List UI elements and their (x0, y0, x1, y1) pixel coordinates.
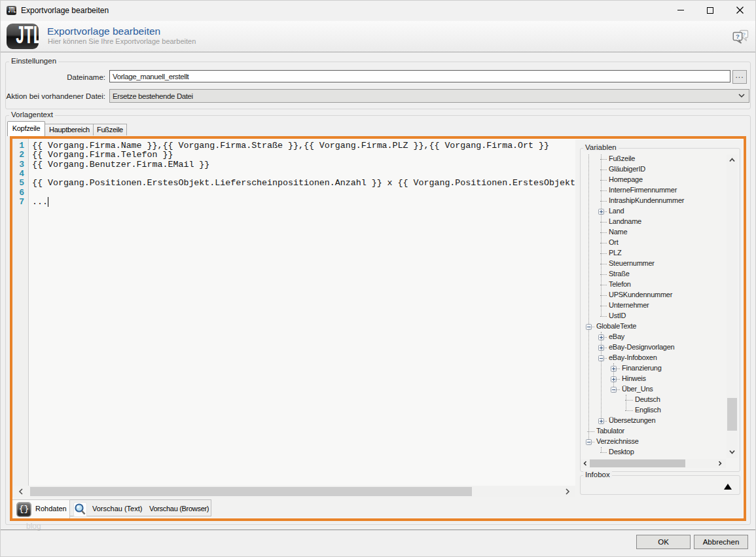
svg-text:?: ? (736, 33, 740, 40)
svg-text:?: ? (742, 31, 746, 38)
